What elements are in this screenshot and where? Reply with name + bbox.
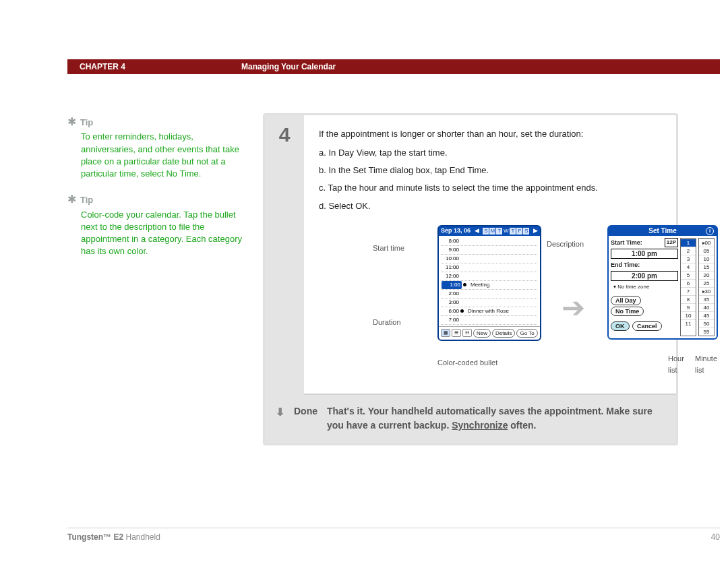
cancel-button[interactable]: Cancel bbox=[632, 321, 662, 331]
hour-cell[interactable]: 2 bbox=[681, 247, 696, 255]
time-row[interactable]: 7:00 bbox=[442, 316, 537, 325]
new-button[interactable]: New bbox=[473, 329, 491, 338]
step-item: b. In the Set Time dialog box, tap End T… bbox=[319, 164, 664, 177]
time-cell[interactable]: 12:00 bbox=[442, 272, 459, 280]
callout-duration: Duration bbox=[373, 317, 401, 328]
view-icon[interactable]: ▦ bbox=[441, 329, 450, 337]
tip-body: To enter reminders, holidays, anniversar… bbox=[81, 131, 243, 180]
hour-cell[interactable]: 10 bbox=[681, 311, 696, 319]
view-icon[interactable]: ☷ bbox=[462, 329, 472, 337]
time-cell[interactable]: 1:00 bbox=[442, 281, 462, 289]
ok-button[interactable]: OK bbox=[611, 321, 630, 331]
time-cell[interactable]: 6:00 bbox=[442, 307, 459, 315]
minute-cell[interactable]: 25 bbox=[699, 279, 714, 287]
step-list: a. In Day View, tap the start time. b. I… bbox=[319, 146, 664, 213]
time-row[interactable]: 9:00 bbox=[442, 246, 537, 255]
weekday-selected[interactable]: W bbox=[503, 228, 509, 235]
all-day-button[interactable]: All Day bbox=[611, 296, 641, 305]
start-time-label: Start Time: bbox=[611, 239, 642, 248]
time-cell[interactable]: 3:00 bbox=[442, 299, 459, 307]
weekday[interactable]: F bbox=[516, 228, 522, 235]
weekday[interactable]: T bbox=[510, 228, 516, 235]
no-time-button[interactable]: No Time bbox=[611, 307, 644, 316]
event-text[interactable]: Dinner with Rose bbox=[468, 307, 509, 315]
hour-list[interactable]: 1234567891011 bbox=[680, 238, 696, 336]
time-cell[interactable]: 7:00 bbox=[442, 316, 459, 324]
time-cell[interactable]: 9:00 bbox=[442, 246, 459, 254]
minute-cell[interactable]: 50 bbox=[699, 319, 714, 327]
minute-cell[interactable]: 10 bbox=[699, 255, 714, 263]
weekday-picker[interactable]: S M T W T F S bbox=[483, 228, 529, 235]
time-row[interactable]: 6:00Dinner with Rose bbox=[442, 307, 537, 316]
timezone-value: No time zone bbox=[617, 284, 649, 290]
goto-button[interactable]: Go To bbox=[516, 329, 537, 338]
timezone-dropdown[interactable]: ▾ No time zone bbox=[613, 283, 678, 291]
day-view-date: Sep 13, 06 bbox=[441, 226, 471, 236]
end-time-value[interactable]: 2:00 pm bbox=[611, 271, 678, 281]
hour-cell[interactable]: 9 bbox=[681, 303, 696, 311]
chapter-label: CHAPTER 4 bbox=[67, 62, 241, 71]
minute-cell[interactable]: 40 bbox=[699, 303, 714, 311]
done-label: Done bbox=[294, 404, 317, 433]
time-row[interactable]: 8:00 bbox=[442, 237, 537, 246]
time-row[interactable]: 2:00 bbox=[442, 290, 537, 299]
tip-heading: Tip bbox=[80, 117, 93, 127]
day-view-header: Sep 13, 06 ◀ S M T W T F S ▶ bbox=[439, 226, 540, 236]
time-row[interactable]: 10:00 bbox=[442, 255, 537, 263]
weekday[interactable]: S bbox=[523, 228, 529, 235]
view-icon[interactable]: ☰ bbox=[452, 329, 461, 337]
minute-list[interactable]: ▸000510152025▸303540455055 bbox=[698, 238, 715, 336]
weekday[interactable]: S bbox=[483, 228, 489, 235]
minute-cell[interactable]: 45 bbox=[699, 311, 714, 319]
time-cell[interactable]: 10:00 bbox=[442, 255, 459, 263]
manual-page: CHAPTER 4 Managing Your Calendar ✱Tip To… bbox=[0, 0, 728, 562]
set-time-dialog: Set Timei Start Time: 12P 1:00 pm End Ti… bbox=[607, 225, 718, 340]
tip-heading: Tip bbox=[80, 195, 93, 205]
category-bullet-icon[interactable] bbox=[463, 283, 466, 286]
callout-minute-list: Minute list bbox=[695, 353, 722, 376]
minute-cell[interactable]: ▸30 bbox=[699, 287, 714, 295]
time-row[interactable]: 1:00Meeting bbox=[442, 281, 537, 290]
time-row[interactable]: 3:00 bbox=[442, 299, 537, 307]
minute-cell[interactable]: 20 bbox=[699, 271, 714, 279]
weekday[interactable]: T bbox=[496, 228, 502, 235]
time-cell[interactable]: 11:00 bbox=[442, 263, 459, 272]
nav-right-icon[interactable]: ▶ bbox=[533, 226, 538, 236]
hour-cell[interactable]: 6 bbox=[681, 279, 696, 287]
done-text: That's it. Your handheld automatically s… bbox=[327, 404, 664, 433]
nav-left-icon[interactable]: ◀ bbox=[475, 226, 479, 236]
hour-cell[interactable]: 1 bbox=[681, 239, 696, 247]
arrow-right-icon: ➔ bbox=[562, 286, 585, 330]
tip-body: Color-code your calendar. Tap the bullet… bbox=[81, 209, 243, 258]
event-text[interactable]: Meeting bbox=[471, 281, 489, 289]
step-item: d. Select OK. bbox=[319, 199, 664, 213]
weekday[interactable]: M bbox=[489, 228, 495, 235]
hour-cell[interactable]: 4 bbox=[681, 263, 696, 271]
hour-cell[interactable]: 3 bbox=[681, 255, 696, 263]
chapter-header: CHAPTER 4 Managing Your Calendar bbox=[67, 59, 720, 74]
info-icon[interactable]: i bbox=[706, 227, 714, 235]
ampm-toggle[interactable]: 12P bbox=[665, 238, 678, 247]
synchronize-link[interactable]: Synchronize bbox=[452, 420, 508, 431]
done-arrow-icon: ⬇ bbox=[276, 404, 284, 433]
category-bullet-icon[interactable] bbox=[460, 309, 464, 313]
end-time-label: End Time: bbox=[611, 261, 678, 270]
callout-hour-list: Hour list bbox=[668, 353, 688, 376]
hour-cell[interactable]: 5 bbox=[681, 271, 696, 279]
start-time-value[interactable]: 1:00 pm bbox=[611, 249, 678, 259]
details-button[interactable]: Details bbox=[492, 329, 515, 338]
minute-cell[interactable]: 35 bbox=[699, 295, 714, 303]
hour-cell[interactable]: 8 bbox=[681, 295, 696, 303]
hour-cell[interactable]: 11 bbox=[681, 319, 696, 327]
time-row[interactable]: 12:00 bbox=[442, 272, 537, 281]
minute-cell[interactable]: ▸00 bbox=[699, 239, 714, 247]
hour-cell[interactable]: 7 bbox=[681, 287, 696, 295]
time-cell[interactable]: 2:00 bbox=[442, 290, 459, 298]
minute-cell[interactable]: 55 bbox=[699, 327, 714, 336]
sidebar-tips: ✱Tip To enter reminders, holidays, anniv… bbox=[67, 115, 243, 270]
minute-cell[interactable]: 05 bbox=[699, 247, 714, 255]
minute-cell[interactable]: 15 bbox=[699, 263, 714, 271]
figures: Start time Duration Description Color-co… bbox=[373, 225, 664, 380]
time-row[interactable]: 11:00 bbox=[442, 263, 537, 272]
time-cell[interactable]: 8:00 bbox=[442, 237, 459, 245]
